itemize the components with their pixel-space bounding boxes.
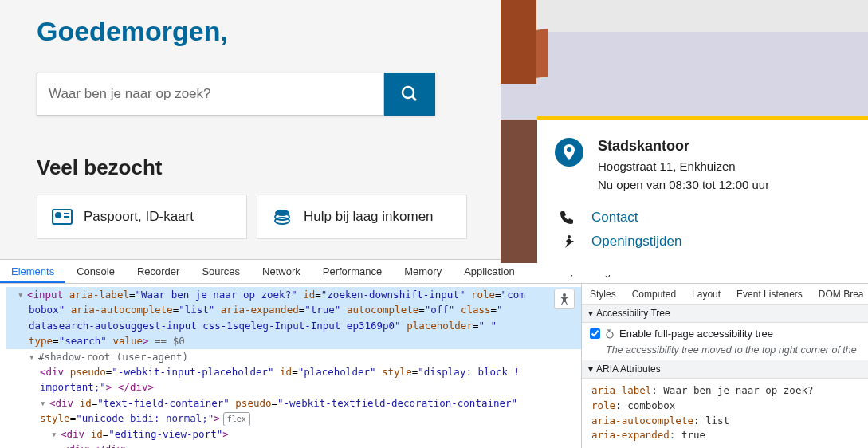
search-container (37, 73, 435, 116)
sp-tab-styles[interactable]: Styles (582, 289, 624, 300)
a11y-moved-message: The accessibility tree moved to the top … (590, 344, 860, 356)
section-title: Veel bezocht (37, 155, 501, 180)
phone-icon (558, 210, 575, 225)
devtools-side-panel: Styles Computed Layout Event Listeners D… (581, 284, 868, 448)
aria-attributes-header[interactable]: ▾ ARIA Attributes (582, 360, 868, 379)
elements-tree[interactable]: <input aria-label="Waar ben je naar op z… (0, 284, 581, 448)
svg-point-3 (56, 213, 61, 218)
svg-point-0 (403, 87, 414, 98)
card-label: Hulp bij laag inkomen (304, 209, 434, 225)
svg-point-9 (568, 235, 571, 238)
devtools-panel: Elements Console Recorder Sources Networ… (0, 259, 868, 448)
location-address: Hoogstraat 11, Enkhuizen (598, 158, 769, 176)
id-card-icon (52, 208, 73, 226)
tab-recorder[interactable]: Recorder (126, 260, 190, 283)
tab-memory[interactable]: Memory (393, 260, 453, 283)
sp-tab-layout[interactable]: Layout (684, 289, 729, 300)
hero-image-area: Stadskantoor Hoogstraat 11, Enkhuizen Nu… (501, 0, 868, 259)
side-panel-tabs: Styles Computed Layout Event Listeners D… (582, 284, 868, 305)
enable-a11y-tree-checkbox[interactable]: Enable full-page accessibility tree (590, 328, 860, 340)
card-income-help[interactable]: Hulp bij laag inkomen (257, 195, 467, 239)
tab-application[interactable]: Application (453, 260, 526, 283)
location-title: Stadskantoor (598, 138, 769, 155)
person-icon (558, 293, 571, 305)
tab-elements[interactable]: Elements (0, 260, 65, 283)
accessibility-toggle-button[interactable] (554, 289, 575, 309)
coins-icon (272, 208, 293, 226)
tab-console[interactable]: Console (65, 260, 126, 283)
card-label: Paspoort, ID-kaart (84, 209, 194, 225)
running-icon (558, 234, 575, 249)
contact-link[interactable]: Contact (591, 210, 638, 226)
greeting-heading: Goedemorgen, (37, 16, 501, 47)
svg-line-1 (412, 96, 416, 100)
tab-network[interactable]: Network (251, 260, 312, 283)
location-card: Stadskantoor Hoogstraat 11, Enkhuizen Nu… (537, 116, 868, 275)
location-pin-icon (555, 138, 583, 167)
sp-tab-computed[interactable]: Computed (624, 289, 684, 300)
search-icon (400, 84, 419, 104)
search-input[interactable] (37, 73, 384, 116)
tab-sources[interactable]: Sources (190, 260, 251, 283)
sp-tab-dombreak[interactable]: DOM Brea (811, 289, 868, 300)
accessibility-tree-header[interactable]: ▾ Accessibility Tree (582, 305, 868, 323)
search-button[interactable] (384, 73, 435, 116)
location-hours: Nu open van 08:30 tot 12:00 uur (598, 176, 769, 195)
tab-performance[interactable]: Performance (312, 260, 393, 283)
sp-tab-eventlisteners[interactable]: Event Listeners (729, 289, 811, 300)
card-passport[interactable]: Paspoort, ID-kaart (37, 195, 247, 239)
hours-link[interactable]: Openingstijden (591, 234, 681, 250)
svg-point-10 (563, 293, 566, 297)
